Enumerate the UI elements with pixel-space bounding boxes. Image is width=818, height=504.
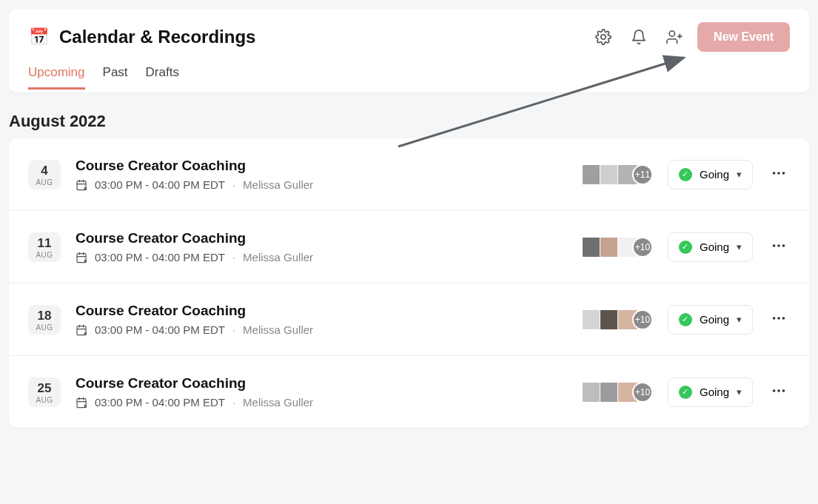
svg-point-0 [669,31,674,36]
date-badge: 11AUG [28,232,61,262]
gear-icon [595,29,611,45]
date-month: AUG [28,396,61,404]
event-row: 25AUGCourse Creator Coaching03:00 PM - 0… [9,356,809,428]
calendar-small-icon [76,324,87,336]
attendees[interactable]: +10 [585,382,653,403]
event-subtitle: 03:00 PM - 04:00 PM EDT·Melissa Guller [76,178,570,191]
svg-point-20 [782,244,785,247]
event-host: Melissa Guller [243,396,313,409]
event-time: 03:00 PM - 04:00 PM EDT [95,178,225,191]
svg-point-18 [773,244,776,247]
date-day: 4 [28,164,61,177]
calendar-emoji-icon: 📅 [28,27,49,47]
header-top-row: 📅 Calendar & Recordings New Event [9,9,809,65]
event-row: 4AUGCourse Creator Coaching03:00 PM - 04… [9,138,809,211]
svg-rect-3 [77,181,86,189]
svg-point-27 [773,317,776,320]
event-main[interactable]: Course Creator Coaching03:00 PM - 04:00 … [76,303,570,336]
svg-rect-30 [77,398,86,407]
settings-button[interactable] [591,24,616,50]
event-time: 03:00 PM - 04:00 PM EDT [95,396,225,409]
date-day: 25 [28,382,61,394]
event-title: Course Creator Coaching [76,375,570,392]
rsvp-status-label: Going [700,168,729,181]
tab-drafts[interactable]: Drafts [146,65,179,90]
event-time: 03:00 PM - 04:00 PM EDT [95,251,225,263]
svg-rect-21 [77,326,86,335]
rsvp-status-button[interactable]: ✓Going▾ [668,160,753,189]
event-host: Melissa Guller [243,251,313,263]
chevron-down-icon: ▾ [737,169,742,180]
date-month: AUG [28,323,61,332]
svg-point-19 [777,244,780,247]
event-main[interactable]: Course Creator Coaching03:00 PM - 04:00 … [76,158,570,191]
svg-point-11 [782,172,785,175]
date-day: 11 [28,237,61,249]
event-host: Melissa Guller [243,178,313,191]
rsvp-status-button[interactable]: ✓Going▾ [668,305,753,335]
dots-horizontal-icon [771,165,787,181]
notifications-button[interactable] [626,24,651,50]
svg-point-28 [777,317,780,320]
date-month: AUG [28,251,61,259]
attendees[interactable]: +10 [585,309,653,330]
attendees-more-count: +10 [632,237,653,258]
svg-point-9 [773,172,776,175]
attendees[interactable]: +11 [585,164,653,185]
event-subtitle: 03:00 PM - 04:00 PM EDT·Melissa Guller [76,396,570,409]
separator-dot: · [232,323,235,336]
events-card: 4AUGCourse Creator Coaching03:00 PM - 04… [9,138,809,428]
attendees-more-count: +10 [632,309,653,330]
event-title: Course Creator Coaching [76,303,570,319]
svg-point-10 [777,172,780,175]
dots-horizontal-icon [771,310,787,326]
separator-dot: · [232,178,235,191]
more-options-button[interactable] [768,307,790,332]
check-circle-icon: ✓ [679,313,692,326]
more-options-button[interactable] [768,380,790,404]
date-badge: 18AUG [28,305,61,335]
event-main[interactable]: Course Creator Coaching03:00 PM - 04:00 … [76,230,570,263]
more-options-button[interactable] [768,162,790,187]
svg-point-37 [777,389,780,392]
svg-rect-12 [77,253,86,262]
event-main[interactable]: Course Creator Coaching03:00 PM - 04:00 … [76,375,570,409]
user-plus-icon [666,29,683,45]
new-event-button[interactable]: New Event [697,22,790,52]
rsvp-status-button[interactable]: ✓Going▾ [668,377,753,407]
svg-point-36 [773,389,776,392]
date-day: 18 [28,309,61,322]
event-row: 11AUGCourse Creator Coaching03:00 PM - 0… [9,211,809,283]
tab-past[interactable]: Past [103,65,128,90]
check-circle-icon: ✓ [679,386,692,399]
separator-dot: · [232,396,235,409]
tabs: UpcomingPastDrafts [9,65,809,93]
calendar-small-icon [76,252,87,263]
calendar-small-icon [76,397,87,409]
event-time: 03:00 PM - 04:00 PM EDT [95,323,225,336]
event-title: Course Creator Coaching [76,230,570,246]
rsvp-status-button[interactable]: ✓Going▾ [668,232,753,262]
rsvp-status-label: Going [700,386,729,398]
date-month: AUG [28,178,61,187]
event-subtitle: 03:00 PM - 04:00 PM EDT·Melissa Guller [76,251,570,263]
page-title: Calendar & Recordings [59,27,580,47]
dots-horizontal-icon [771,383,787,399]
separator-dot: · [232,251,235,263]
tab-upcoming[interactable]: Upcoming [28,65,85,90]
attendees[interactable]: +10 [585,237,653,258]
calendar-small-icon [76,179,87,191]
rsvp-status-label: Going [700,313,729,326]
date-badge: 25AUG [28,377,61,407]
event-subtitle: 03:00 PM - 04:00 PM EDT·Melissa Guller [76,323,570,336]
svg-point-38 [782,389,785,392]
invite-user-button[interactable] [662,24,687,50]
chevron-down-icon: ▾ [737,386,742,397]
page-header-card: 📅 Calendar & Recordings New Event Upcomi… [9,9,809,93]
event-host: Melissa Guller [243,323,313,336]
more-options-button[interactable] [768,235,790,259]
chevron-down-icon: ▾ [737,241,742,252]
date-badge: 4AUG [28,160,61,189]
check-circle-icon: ✓ [679,241,692,254]
event-row: 18AUGCourse Creator Coaching03:00 PM - 0… [9,283,809,356]
